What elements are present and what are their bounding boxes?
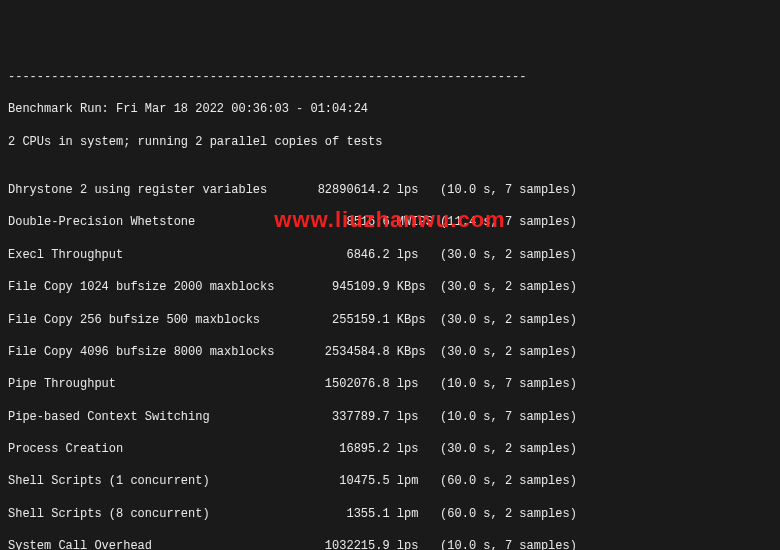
result-row: File Copy 256 bufsize 500 maxblocks 2551… (8, 312, 772, 328)
result-row: Shell Scripts (8 concurrent) 1355.1 lpm … (8, 506, 772, 522)
result-row: Double-Precision Whetstone 8516.6 MWIPS … (8, 214, 772, 230)
result-row: File Copy 1024 bufsize 2000 maxblocks 94… (8, 279, 772, 295)
result-row: Process Creation 16895.2 lps (30.0 s, 2 … (8, 441, 772, 457)
benchmark-run-line: Benchmark Run: Fri Mar 18 2022 00:36:03 … (8, 101, 772, 117)
result-row: Pipe-based Context Switching 337789.7 lp… (8, 409, 772, 425)
result-row: Execl Throughput 6846.2 lps (30.0 s, 2 s… (8, 247, 772, 263)
result-row: Pipe Throughput 1502076.8 lps (10.0 s, 7… (8, 376, 772, 392)
result-row: Shell Scripts (1 concurrent) 10475.5 lpm… (8, 473, 772, 489)
divider-top: ----------------------------------------… (8, 69, 772, 85)
result-row: File Copy 4096 bufsize 8000 maxblocks 25… (8, 344, 772, 360)
result-row: System Call Overhead 1032215.9 lps (10.0… (8, 538, 772, 550)
cpu-info-line: 2 CPUs in system; running 2 parallel cop… (8, 134, 772, 150)
result-row: Dhrystone 2 using register variables 828… (8, 182, 772, 198)
